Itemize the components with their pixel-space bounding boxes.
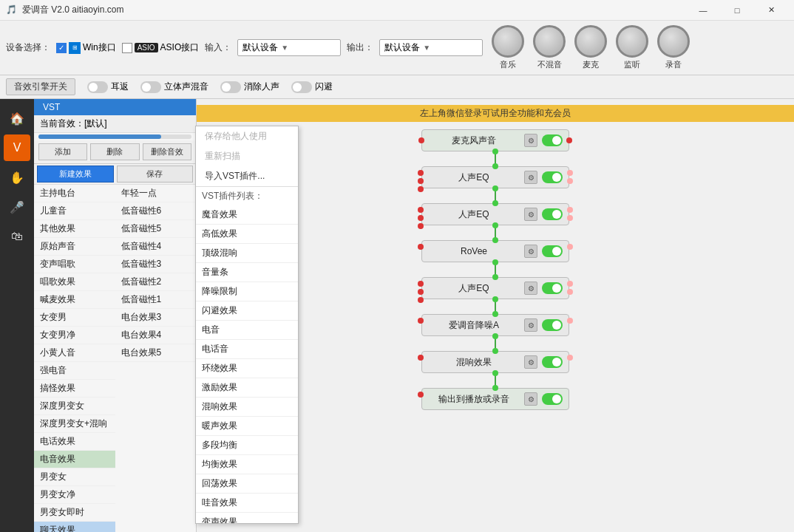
sidebar-item-hand[interactable]: ✋ — [4, 164, 30, 191]
eq3-node-gear-button[interactable]: ⚙ — [524, 282, 537, 295]
nomix-knob[interactable] — [533, 25, 566, 58]
vst-dianyin[interactable]: 电音 — [196, 321, 298, 340]
vst-gaodi[interactable]: 高低效果 — [196, 225, 298, 244]
delete-effect-name-button[interactable]: 删除音效 — [143, 143, 191, 160]
mic-knob[interactable] — [574, 25, 607, 58]
record-knob[interactable] — [657, 25, 690, 58]
effect-zhuchidiantai[interactable]: 主持电台 — [34, 185, 115, 202]
denoise-node-gear-button[interactable]: ⚙ — [524, 318, 537, 332]
add-effect-button[interactable]: 添加 — [38, 143, 87, 160]
vst-wayin[interactable]: 哇音效果 — [196, 494, 298, 513]
delete-effect-button[interactable]: 删除 — [90, 143, 139, 160]
vst-duoduan[interactable]: 多段均衡 — [196, 436, 298, 455]
effect-bianshenchangge[interactable]: 变声唱歌 — [34, 256, 115, 273]
effect-diantai3[interactable]: 电台效果3 — [115, 309, 197, 327]
eq1-node-gear-button[interactable]: ⚙ — [524, 171, 537, 184]
effect-liaotianzxiaogu[interactable]: 聊天效果 — [34, 522, 115, 532]
effect-xiaohuangren[interactable]: 小黄人音 — [34, 344, 115, 362]
context-rescan[interactable]: 重新扫描 — [196, 146, 298, 166]
vst-jiangzao[interactable]: 降噪限制 — [196, 282, 298, 301]
eq2-node-toggle[interactable] — [542, 208, 563, 220]
music-knob[interactable] — [492, 25, 524, 58]
vst-shaduo[interactable]: 闪避效果 — [196, 301, 298, 321]
vst-nuansheng[interactable]: 暖声效果 — [196, 417, 298, 436]
noise-cancel-toggle[interactable] — [220, 81, 241, 93]
effect-yuanshishengyin[interactable]: 原始声音 — [34, 238, 115, 256]
vst-bianshen[interactable]: 变声效果 — [196, 513, 298, 523]
effect-gaoguai[interactable]: 搞怪效果 — [34, 380, 115, 398]
input-device-select[interactable]: 默认设备 ▼ — [237, 39, 341, 56]
vst-huanrao[interactable]: 环绕效果 — [196, 359, 298, 378]
save-effect-button[interactable]: 保存 — [117, 166, 194, 183]
monitor-knob[interactable] — [616, 25, 648, 58]
effect-qitaxiaogu[interactable]: 其他效果 — [34, 220, 115, 238]
effect-nvbiannan[interactable]: 女变男 — [34, 309, 115, 327]
eq3-node-toggle[interactable] — [542, 282, 563, 294]
effect-diyin6[interactable]: 低音磁性6 — [115, 202, 197, 220]
effect-nvbiannanjing[interactable]: 女变男净 — [34, 327, 115, 344]
effects-col-right: 年轻一点 低音磁性6 低音磁性5 低音磁性4 低音磁性3 低音磁性2 低音磁性1… — [115, 185, 197, 532]
vst-dianhuayin[interactable]: 电话音 — [196, 340, 298, 359]
mic-node-gear-button[interactable]: ⚙ — [524, 134, 537, 147]
maximize-button[interactable]: □ — [720, 0, 754, 21]
new-effect-button[interactable]: 新建效果 — [37, 166, 114, 183]
sidebar-item-download[interactable]: ⬇ — [4, 525, 30, 532]
earback-toggle[interactable] — [87, 81, 108, 93]
reverb-node-toggle[interactable] — [542, 356, 563, 368]
dodge-toggle[interactable] — [291, 81, 312, 93]
vst-dingji[interactable]: 顶级混响 — [196, 244, 298, 263]
rovee-dot-l1 — [418, 244, 424, 250]
eq1-node-toggle[interactable] — [542, 171, 563, 183]
effect-dianhuaxiaogu[interactable]: 电话效果 — [34, 433, 115, 451]
rovee-node-toggle[interactable] — [542, 245, 563, 257]
effect-diantai4[interactable]: 电台效果4 — [115, 327, 197, 344]
effect-shendunanbiannv[interactable]: 深度男变女 — [34, 398, 115, 415]
effect-diyin4[interactable]: 低音磁性4 — [115, 238, 197, 256]
progress-bar — [38, 134, 191, 139]
context-import-vst[interactable]: 导入VST插件... — [196, 166, 298, 186]
effect-diyin3[interactable]: 低音磁性3 — [115, 256, 197, 273]
context-save-for-others[interactable]: 保存给他人使用 — [196, 126, 298, 146]
minimize-button[interactable]: — — [686, 0, 720, 21]
sidebar-item-bag[interactable]: 🛍 — [4, 223, 30, 250]
sidebar-item-home[interactable]: 🏠 — [4, 105, 30, 132]
effect-diantai5[interactable]: 电台效果5 — [115, 344, 197, 362]
effect-nanbiannjishi[interactable]: 男变女即时 — [34, 504, 115, 522]
mic-node-toggle[interactable] — [542, 134, 563, 146]
effect-shendunanbiannvhunxiang[interactable]: 深度男变女+混响 — [34, 415, 115, 433]
close-button[interactable]: ✕ — [754, 0, 788, 21]
effect-nianqingyi[interactable]: 年轻一点 — [115, 185, 197, 202]
asio-checkbox[interactable] — [122, 43, 132, 53]
output-device-select[interactable]: 默认设备 ▼ — [379, 39, 483, 56]
effect-dianyinxiaogu[interactable]: 电音效果 — [34, 451, 115, 468]
effect-diyin5[interactable]: 低音磁性5 — [115, 220, 197, 238]
effect-engine-toggle[interactable]: 音效引擎开关 — [6, 78, 75, 95]
win-interface-checkbox[interactable]: ✓ — [56, 43, 67, 53]
effect-qiangdianyin[interactable]: 强电音 — [34, 362, 115, 380]
output-node-toggle[interactable] — [542, 393, 563, 405]
vst-huidang[interactable]: 回荡效果 — [196, 474, 298, 494]
eq1-node-top-dot — [492, 163, 498, 169]
sidebar-item-mic[interactable]: 🎤 — [4, 194, 30, 220]
effect-diyin2[interactable]: 低音磁性2 — [115, 273, 197, 291]
effect-changgexi[interactable]: 唱歌效果 — [34, 273, 115, 291]
vst-hunxiang[interactable]: 混响效果 — [196, 398, 298, 417]
output-dot-l1 — [418, 392, 424, 398]
effect-nanbiannjing[interactable]: 男变女净 — [34, 486, 115, 504]
effect-nanbiannv[interactable]: 男变女 — [34, 468, 115, 486]
vst-moyin[interactable]: 魔音效果 — [196, 205, 298, 225]
stereo-mix-toggle[interactable] — [140, 81, 161, 93]
output-node-gear-button[interactable]: ⚙ — [524, 392, 537, 406]
eq2-node-gear-button[interactable]: ⚙ — [524, 208, 537, 221]
effect-hanmaixiaogu[interactable]: 喊麦效果 — [34, 291, 115, 309]
vst-yinliang[interactable]: 音量条 — [196, 263, 298, 282]
rovee-node-gear-button[interactable]: ⚙ — [524, 245, 537, 258]
denoise-node-toggle[interactable] — [542, 319, 563, 331]
sidebar-item-vst[interactable]: V — [4, 134, 30, 161]
vst-jili[interactable]: 激励效果 — [196, 378, 298, 398]
reverb-node-gear-button[interactable]: ⚙ — [524, 355, 537, 369]
vst-tab[interactable]: VST — [34, 99, 196, 115]
effect-diyin1[interactable]: 低音磁性1 — [115, 291, 197, 309]
vst-junheng[interactable]: 均衡效果 — [196, 455, 298, 474]
effect-ertonyin[interactable]: 儿童音 — [34, 202, 115, 220]
